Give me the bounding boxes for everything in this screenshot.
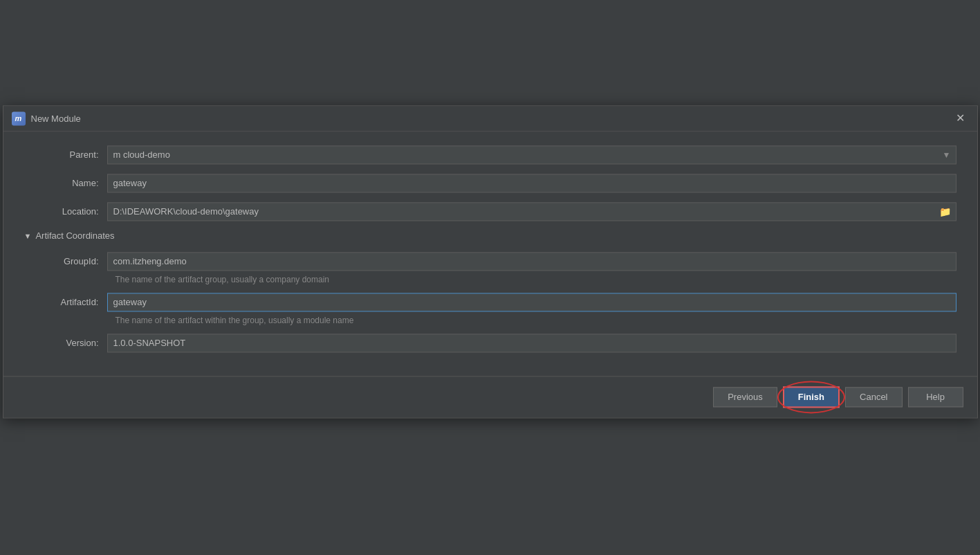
artifact-coordinates-section: ▼ Artifact Coordinates	[24, 230, 956, 241]
parent-select[interactable]: m cloud-demo	[107, 145, 956, 164]
location-input[interactable]	[107, 202, 956, 221]
cancel-button[interactable]: Cancel	[845, 387, 902, 407]
previous-button[interactable]: Previous	[713, 387, 777, 407]
name-label: Name:	[24, 178, 107, 188]
finish-button-wrap: Finish	[783, 386, 840, 408]
dialog-footer: Previous Finish Cancel Help	[3, 376, 977, 417]
artifactid-hint: The name of the artifact within the grou…	[115, 316, 956, 325]
help-button[interactable]: Help	[908, 387, 963, 407]
groupid-input[interactable]	[107, 252, 956, 271]
artifactid-label: ArtifactId:	[24, 297, 107, 307]
name-row: Name:	[24, 174, 956, 192]
parent-select-wrap: m cloud-demo ▼	[107, 145, 956, 164]
groupid-hint: The name of the artifact group, usually …	[115, 275, 956, 284]
dialog-body: Parent: m cloud-demo ▼ Name: Location:	[3, 131, 977, 376]
parent-label: Parent:	[24, 149, 107, 160]
dialog-title-left: m New Module	[12, 111, 81, 125]
browse-folder-button[interactable]: 📁	[936, 205, 954, 219]
location-row: Location: 📁	[24, 202, 956, 221]
version-input-wrap	[107, 334, 956, 352]
version-row: Version:	[24, 334, 956, 352]
finish-button[interactable]: Finish	[783, 386, 840, 408]
dialog-titlebar: m New Module ✕	[3, 106, 977, 131]
groupid-row: GroupId:	[24, 252, 956, 271]
parent-row: Parent: m cloud-demo ▼	[24, 145, 956, 164]
section-title: Artifact Coordinates	[35, 230, 114, 241]
artifactid-input-wrap	[107, 293, 956, 311]
close-button[interactable]: ✕	[952, 111, 969, 125]
artifactid-input[interactable]	[107, 293, 956, 311]
collapse-arrow-icon[interactable]: ▼	[24, 232, 32, 240]
name-input[interactable]	[107, 174, 956, 192]
location-label: Location:	[24, 206, 107, 217]
new-module-dialog: m New Module ✕ Parent: m cloud-demo ▼ Na…	[3, 105, 978, 418]
dialog-title: New Module	[31, 113, 81, 124]
version-label: Version:	[24, 338, 107, 348]
name-input-wrap	[107, 174, 956, 192]
groupid-label: GroupId:	[24, 256, 107, 266]
groupid-input-wrap	[107, 252, 956, 271]
location-input-wrap: 📁	[107, 202, 956, 221]
artifactid-row: ArtifactId:	[24, 293, 956, 311]
module-icon: m	[12, 111, 26, 125]
version-input[interactable]	[107, 334, 956, 352]
dialog-overlay: m New Module ✕ Parent: m cloud-demo ▼ Na…	[0, 0, 980, 555]
